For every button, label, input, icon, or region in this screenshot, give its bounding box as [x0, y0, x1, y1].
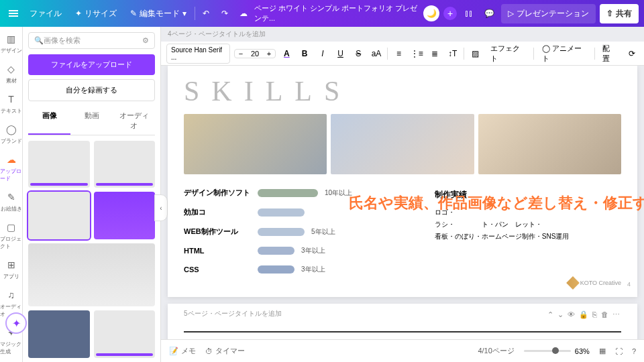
skill-label[interactable]: HTML: [184, 247, 251, 255]
page-count[interactable]: 4/10ページ: [478, 346, 514, 356]
resize-menu[interactable]: ✦ リサイズ: [70, 5, 122, 22]
skill-image-3[interactable]: [478, 114, 621, 174]
share-label: 共有: [616, 8, 632, 19]
skill-bar[interactable]: [258, 247, 294, 255]
present-button[interactable]: ▷ プレゼンテーション: [501, 4, 596, 23]
duplicate-icon[interactable]: ⎘: [591, 309, 598, 320]
fullscreen-icon[interactable]: ⛶: [615, 347, 623, 355]
skill-bar[interactable]: [258, 265, 294, 274]
font-size-plus[interactable]: +: [263, 50, 275, 58]
brand-logo-icon: [566, 276, 580, 290]
results-line[interactable]: 看板・のぼり・ホームページ制作・SNS運用: [435, 231, 621, 243]
skill-bar[interactable]: [258, 208, 305, 217]
skill-exp[interactable]: 3年以上: [301, 265, 325, 274]
asset-thumb[interactable]: [28, 192, 90, 239]
skill-bar[interactable]: [258, 228, 305, 236]
resize-label: リサイズ: [85, 8, 117, 19]
skill-label[interactable]: デザイン制作ソフト: [184, 188, 251, 198]
doc-title[interactable]: ページ ホワイト シンプル ポートフォリオ プレゼンテ...: [254, 3, 421, 23]
comment-icon[interactable]: 💬: [481, 5, 497, 21]
sidebar-apps[interactable]: ⊞アプリ: [3, 258, 19, 280]
lock-icon[interactable]: 🔒: [578, 309, 590, 320]
skill-image-1[interactable]: [184, 114, 327, 174]
underline-button[interactable]: U: [333, 46, 347, 61]
numbered-list-button[interactable]: ≣: [428, 46, 442, 61]
spacing-button[interactable]: ↕T: [445, 46, 460, 61]
share-button[interactable]: ⇧ 共有: [600, 4, 639, 23]
move-down-icon[interactable]: ⌄: [556, 309, 565, 320]
tab-video[interactable]: 動画: [70, 107, 113, 135]
skill-label[interactable]: WEB制作ツール: [184, 227, 251, 237]
help-icon[interactable]: ?: [632, 347, 636, 355]
italic-button[interactable]: I: [315, 46, 329, 61]
cloud-sync-icon[interactable]: ☁: [235, 5, 252, 21]
add-member-button[interactable]: +: [443, 7, 457, 20]
font-select[interactable]: Source Han Serif ...: [166, 44, 230, 64]
copy-style-button[interactable]: ⟳: [625, 46, 639, 61]
strikethrough-button[interactable]: S: [352, 46, 366, 61]
skill-image-2[interactable]: [331, 114, 474, 174]
text-color-button[interactable]: A: [280, 46, 294, 61]
sidebar-project[interactable]: ▢プロジェクト: [0, 221, 22, 250]
grid-view-icon[interactable]: ▦: [599, 347, 606, 355]
tab-audio[interactable]: オーディオ: [113, 107, 155, 135]
zoom-slider[interactable]: [524, 350, 571, 352]
asset-thumb[interactable]: [28, 310, 90, 357]
edit-mode-menu[interactable]: ✎ 編集モード ▾: [125, 5, 192, 22]
animate-button[interactable]: ◯ アニメート: [538, 42, 590, 66]
position-button[interactable]: 配置: [598, 42, 621, 66]
undo-icon[interactable]: ↶: [198, 5, 214, 21]
redo-icon[interactable]: ↷: [217, 5, 233, 21]
results-line[interactable]: ラシ・ ト・パン レット・: [435, 219, 621, 231]
sidebar-brand[interactable]: ◯ブランド: [1, 123, 22, 145]
bold-button[interactable]: B: [298, 46, 312, 61]
file-menu[interactable]: ファイル: [24, 5, 67, 22]
transparency-button[interactable]: ▨: [468, 46, 482, 61]
sidebar-upload[interactable]: ☁アップロード: [0, 153, 22, 182]
tab-images[interactable]: 画像: [28, 107, 70, 135]
analytics-icon[interactable]: ⫿⫿: [461, 5, 477, 21]
font-size-minus[interactable]: −: [235, 50, 247, 58]
asset-thumb[interactable]: [94, 192, 156, 239]
font-size-input[interactable]: [247, 50, 263, 58]
timer-button[interactable]: ⏱ タイマー: [205, 346, 245, 356]
more-icon[interactable]: ⋯: [611, 309, 621, 320]
sidebar-text[interactable]: Tテキスト: [1, 93, 22, 115]
audio-icon: ♫: [5, 288, 18, 302]
font-size-control[interactable]: − +: [234, 49, 276, 58]
skill-bar[interactable]: [258, 189, 318, 197]
asset-thumb[interactable]: [94, 310, 156, 357]
skill-label[interactable]: CSS: [184, 265, 251, 274]
slide-4[interactable]: SKILLS デザイン制作ソフト10年以上 効加コ WEB制作ツール5年以上 H…: [168, 66, 637, 297]
slide-5[interactable]: 5ページ・ページタイトルを追加 ⌃ ⌄ 👁 🔒 ⎘ 🗑 ⋯: [168, 304, 637, 339]
draw-icon: ✎: [5, 190, 18, 204]
skills-heading[interactable]: SKILLS: [184, 75, 621, 107]
apps-icon: ⊞: [5, 258, 18, 272]
sidebar-elements[interactable]: ◇素材: [5, 62, 18, 84]
zoom-value[interactable]: 63%: [575, 347, 590, 355]
magic-fab-button[interactable]: ✦: [5, 312, 27, 334]
search-input[interactable]: 🔍 画像を検索⚙: [28, 32, 155, 49]
asset-thumb[interactable]: [28, 243, 155, 307]
skill-exp[interactable]: 3年以上: [301, 246, 325, 255]
skill-exp[interactable]: 10年以上: [325, 188, 352, 198]
delete-icon[interactable]: 🗑: [600, 309, 610, 320]
hamburger-menu[interactable]: [5, 5, 21, 21]
skill-label[interactable]: 効加コ: [184, 207, 251, 217]
list-button[interactable]: ⋮≡: [410, 46, 424, 61]
move-up-icon[interactable]: ⌃: [546, 309, 555, 320]
sidebar-draw[interactable]: ✎お絵描き: [1, 190, 22, 213]
page5-label[interactable]: 5ページ・ページタイトルを追加: [184, 309, 282, 320]
hide-icon[interactable]: 👁: [566, 309, 576, 320]
asset-thumb[interactable]: [28, 141, 90, 188]
sidebar-design[interactable]: ▥デザイン: [1, 32, 22, 54]
align-button[interactable]: ≡: [392, 46, 406, 61]
upload-file-button[interactable]: ファイルをアップロード: [28, 54, 155, 75]
asset-thumb[interactable]: [94, 141, 156, 188]
avatar[interactable]: 🌙: [423, 5, 439, 21]
case-button[interactable]: aA: [370, 46, 384, 61]
record-self-button[interactable]: 自分を録画する: [28, 79, 155, 101]
notes-button[interactable]: 📝 メモ: [169, 346, 196, 356]
effects-button[interactable]: エフェクト: [486, 42, 529, 66]
skill-exp[interactable]: 5年以上: [311, 227, 335, 237]
